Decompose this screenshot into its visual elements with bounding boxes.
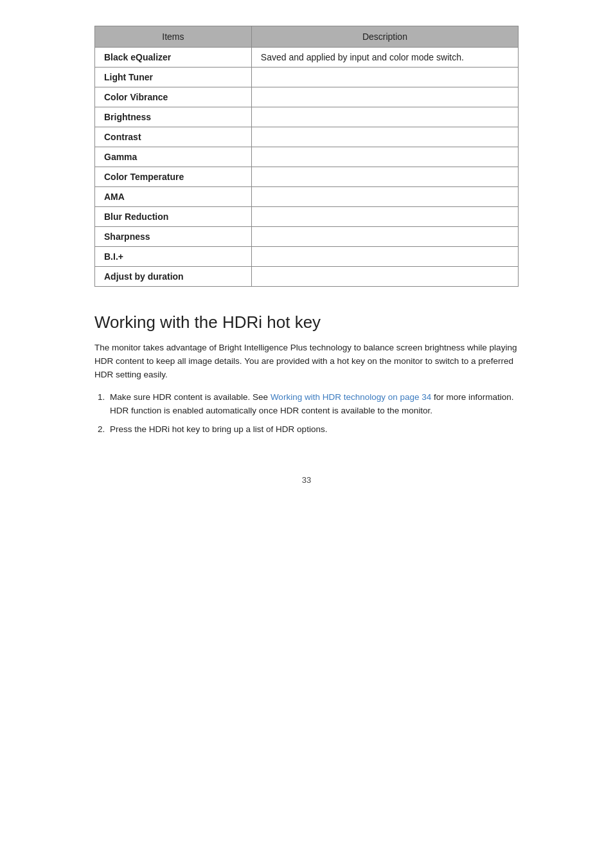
section-body: The monitor takes advantage of Bright In…: [94, 341, 519, 382]
table-cell-description: [251, 87, 518, 107]
table-row: B.I.+: [95, 247, 519, 267]
table-row: AMA: [95, 187, 519, 207]
table-cell-item: Gamma: [95, 147, 252, 167]
table-cell-item: Color Temperature: [95, 167, 252, 187]
table-cell-item: Contrast: [95, 127, 252, 147]
table-cell-item: Sharpness: [95, 227, 252, 247]
table-cell-description: [251, 187, 518, 207]
content-list: Make sure HDR content is available. See …: [107, 391, 519, 437]
page-number: 33: [94, 475, 519, 485]
page-container: Items Description Black eQualizerSaved a…: [82, 0, 531, 511]
table-cell-description: [251, 247, 518, 267]
table-row: Color Temperature: [95, 167, 519, 187]
list-item-2: Press the HDRi hot key to bring up a lis…: [107, 423, 519, 437]
table-cell-item: Black eQualizer: [95, 48, 252, 68]
table-cell-description: [251, 68, 518, 87]
table-cell-item: Light Tuner: [95, 68, 252, 87]
table-cell-item: Adjust by duration: [95, 267, 252, 287]
list-item-1-text-before: Make sure HDR content is available. See: [110, 392, 271, 402]
section-heading: Working with the HDRi hot key: [94, 312, 519, 332]
table-cell-description: Saved and applied by input and color mod…: [251, 48, 518, 68]
table-cell-item: Color Vibrance: [95, 87, 252, 107]
table-cell-description: [251, 147, 518, 167]
table-cell-item: AMA: [95, 187, 252, 207]
table-cell-description: [251, 167, 518, 187]
table-cell-description: [251, 267, 518, 287]
table-row: Blur Reduction: [95, 207, 519, 227]
table-row: Brightness: [95, 107, 519, 127]
table-row: Contrast: [95, 127, 519, 147]
table-row: Black eQualizerSaved and applied by inpu…: [95, 48, 519, 68]
hdr-technology-link[interactable]: Working with HDR technology on page 34: [271, 392, 431, 402]
table-cell-description: [251, 107, 518, 127]
table-row: Adjust by duration: [95, 267, 519, 287]
table-row: Color Vibrance: [95, 87, 519, 107]
table-row: Light Tuner: [95, 68, 519, 87]
table-cell-description: [251, 227, 518, 247]
table-cell-description: [251, 207, 518, 227]
items-table: Items Description Black eQualizerSaved a…: [94, 26, 519, 287]
table-cell-item: Brightness: [95, 107, 252, 127]
table-cell-description: [251, 127, 518, 147]
list-item-1: Make sure HDR content is available. See …: [107, 391, 519, 418]
list-item-2-text: Press the HDRi hot key to bring up a lis…: [110, 424, 327, 434]
table-cell-item: B.I.+: [95, 247, 252, 267]
table-row: Sharpness: [95, 227, 519, 247]
table-header-items: Items: [95, 26, 252, 48]
table-cell-item: Blur Reduction: [95, 207, 252, 227]
table-row: Gamma: [95, 147, 519, 167]
table-wrapper: Items Description Black eQualizerSaved a…: [94, 26, 519, 287]
table-header-description: Description: [251, 26, 518, 48]
